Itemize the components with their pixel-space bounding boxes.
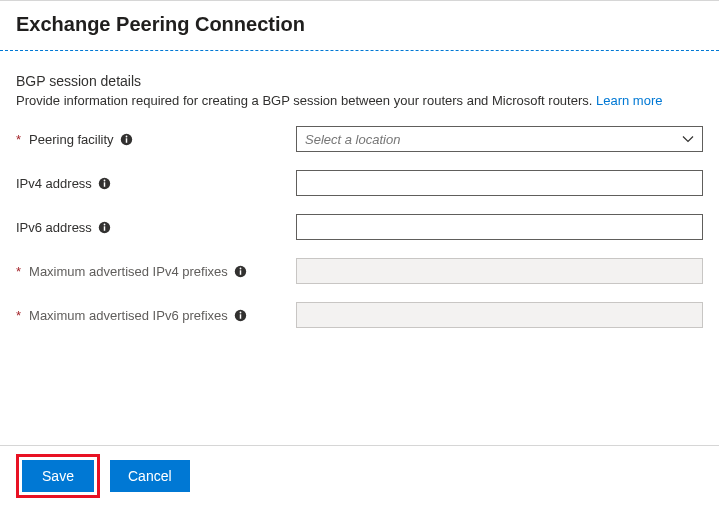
select-placeholder: Select a location — [305, 132, 400, 147]
svg-rect-13 — [240, 314, 241, 318]
max-ipv6-prefixes-label: Maximum advertised IPv6 prefixes — [29, 308, 228, 323]
ipv6-address-label: IPv6 address — [16, 220, 92, 235]
page-title: Exchange Peering Connection — [16, 13, 703, 36]
section-title: BGP session details — [16, 73, 703, 89]
field-label-cell: IPv4 address — [16, 176, 296, 191]
field-control-cell — [296, 170, 703, 196]
save-button-highlight: Save — [16, 454, 100, 498]
field-label-cell: IPv6 address — [16, 220, 296, 235]
field-label-cell: * Maximum advertised IPv4 prefixes — [16, 264, 296, 279]
field-control-cell — [296, 302, 703, 328]
svg-point-14 — [240, 311, 242, 313]
info-icon[interactable] — [234, 264, 248, 278]
panel-header: Exchange Peering Connection — [0, 1, 719, 50]
ipv4-address-input[interactable] — [296, 170, 703, 196]
field-row-ipv4-address: IPv4 address — [16, 170, 703, 196]
svg-rect-7 — [104, 226, 105, 230]
ipv6-address-input[interactable] — [296, 214, 703, 240]
field-control-cell: Select a location — [296, 126, 703, 152]
svg-point-2 — [126, 135, 128, 137]
info-icon[interactable] — [234, 308, 248, 322]
info-icon[interactable] — [98, 176, 112, 190]
field-label-cell: * Peering facility — [16, 132, 296, 147]
svg-point-11 — [240, 267, 242, 269]
svg-rect-4 — [104, 182, 105, 186]
ipv4-address-label: IPv4 address — [16, 176, 92, 191]
field-row-peering-facility: * Peering facility Select a location — [16, 126, 703, 152]
field-label-cell: * Maximum advertised IPv6 prefixes — [16, 308, 296, 323]
section-description: Provide information required for creatin… — [16, 93, 703, 108]
svg-point-5 — [104, 179, 106, 181]
svg-rect-10 — [240, 270, 241, 274]
required-indicator: * — [16, 132, 23, 147]
info-icon[interactable] — [120, 132, 134, 146]
required-indicator: * — [16, 264, 23, 279]
learn-more-link[interactable]: Learn more — [596, 93, 662, 108]
max-ipv4-prefixes-label: Maximum advertised IPv4 prefixes — [29, 264, 228, 279]
footer: Save Cancel — [0, 446, 719, 506]
cancel-button[interactable]: Cancel — [110, 460, 190, 492]
required-indicator: * — [16, 308, 23, 323]
svg-rect-1 — [126, 138, 127, 142]
field-row-max-ipv6-prefixes: * Maximum advertised IPv6 prefixes — [16, 302, 703, 328]
svg-point-8 — [104, 223, 106, 225]
field-row-ipv6-address: IPv6 address — [16, 214, 703, 240]
peering-facility-select[interactable]: Select a location — [296, 126, 703, 152]
info-icon[interactable] — [98, 220, 112, 234]
field-control-cell — [296, 214, 703, 240]
save-button[interactable]: Save — [22, 460, 94, 492]
max-ipv4-prefixes-input — [296, 258, 703, 284]
chevron-down-icon — [682, 133, 694, 145]
peering-facility-label: Peering facility — [29, 132, 114, 147]
max-ipv6-prefixes-input — [296, 302, 703, 328]
field-row-max-ipv4-prefixes: * Maximum advertised IPv4 prefixes — [16, 258, 703, 284]
field-control-cell — [296, 258, 703, 284]
section-description-text: Provide information required for creatin… — [16, 93, 592, 108]
form-content: BGP session details Provide information … — [0, 51, 719, 328]
